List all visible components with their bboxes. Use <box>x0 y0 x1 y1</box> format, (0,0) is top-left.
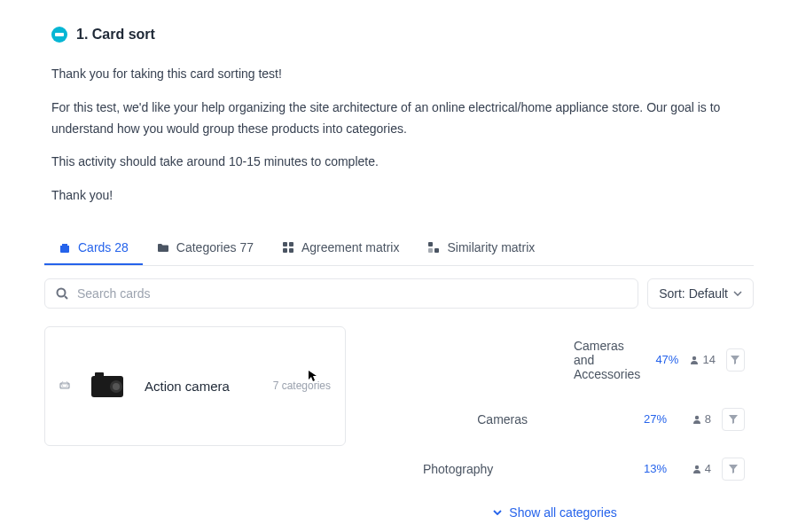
category-percent: 27% <box>628 412 667 426</box>
show-all-label: Show all categories <box>509 505 616 520</box>
intro-p1: Thank you for taking this card sorting t… <box>51 64 754 85</box>
card-thumbnail <box>86 364 129 407</box>
chevron-down-icon <box>733 291 742 296</box>
user-count: 14 <box>702 353 715 366</box>
svg-line-8 <box>65 296 67 299</box>
svg-point-14 <box>692 356 696 360</box>
tab-similarity[interactable]: Similarity matrix <box>413 231 549 265</box>
folder-icon <box>157 241 169 254</box>
svg-rect-6 <box>428 248 433 253</box>
category-list: Cameras and Accessories 47% 14 Cameras 2… <box>356 326 754 523</box>
cards-icon <box>59 241 71 254</box>
tab-cards-label: Cards 28 <box>78 240 129 254</box>
user-icon <box>692 415 701 424</box>
category-name: Cameras <box>468 412 621 426</box>
filter-button[interactable] <box>722 458 745 481</box>
svg-rect-1 <box>289 242 293 246</box>
category-row[interactable]: Photography 13% 4 <box>356 445 754 493</box>
user-icon <box>690 356 699 364</box>
tab-categories-label: Categories 77 <box>176 240 254 254</box>
intro-p3: This activity should take around 10-15 m… <box>51 152 754 173</box>
tab-categories[interactable]: Categories 77 <box>143 231 268 265</box>
intro-p4: Thank you! <box>51 185 754 207</box>
intro-text: Thank you for taking this card sorting t… <box>51 64 754 207</box>
drag-handle-icon[interactable] <box>59 380 70 391</box>
tabs-bar: Cards 28 Categories 77 Agreement matrix … <box>44 231 754 266</box>
category-row[interactable]: Cameras 27% 8 <box>356 395 754 443</box>
page-title: 1. Card sort <box>76 27 155 43</box>
svg-rect-5 <box>434 248 439 253</box>
chevron-down-icon <box>493 510 502 515</box>
tab-agreement[interactable]: Agreement matrix <box>268 231 413 265</box>
sort-label: Sort: Default <box>659 286 728 301</box>
card-name: Action camera <box>145 379 257 394</box>
sort-button[interactable]: Sort: Default <box>647 278 754 309</box>
user-count: 4 <box>705 462 711 475</box>
svg-point-16 <box>695 466 699 469</box>
tab-similarity-label: Similarity matrix <box>447 240 535 254</box>
filter-button[interactable] <box>726 348 745 372</box>
user-count: 8 <box>705 412 711 426</box>
search-input[interactable] <box>77 286 627 301</box>
category-users: 8 <box>674 412 711 426</box>
card-row: Action camera 7 categories Cameras and A… <box>44 326 754 523</box>
category-percent: 47% <box>647 353 678 366</box>
matrix-icon <box>427 241 440 254</box>
category-users: 4 <box>674 462 711 475</box>
svg-rect-4 <box>428 242 433 246</box>
tab-agreement-label: Agreement matrix <box>301 240 399 254</box>
grid-icon <box>282 241 294 254</box>
cursor-icon <box>308 370 318 380</box>
user-icon <box>692 465 701 473</box>
category-percent: 13% <box>628 462 667 475</box>
category-row[interactable]: Cameras and Accessories 47% 14 <box>356 326 754 394</box>
search-icon <box>56 287 68 300</box>
svg-rect-3 <box>289 248 293 253</box>
tab-cards[interactable]: Cards 28 <box>44 231 143 265</box>
card-sort-icon <box>51 27 67 43</box>
category-name: Photography <box>414 462 621 476</box>
card-item[interactable]: Action camera 7 categories <box>44 326 346 446</box>
card-category-count: 7 categories <box>273 379 331 392</box>
svg-point-12 <box>113 383 120 390</box>
show-all-button[interactable]: Show all categories <box>356 495 754 523</box>
category-name: Cameras and Accessories <box>565 339 640 381</box>
svg-rect-2 <box>283 248 287 253</box>
svg-point-15 <box>695 416 699 419</box>
intro-p2: For this test, we'd like your help organ… <box>51 98 754 140</box>
search-wrap[interactable] <box>44 278 638 309</box>
svg-rect-0 <box>283 242 287 246</box>
page-header: 1. Card sort <box>51 27 754 43</box>
filter-button[interactable] <box>722 408 745 431</box>
svg-point-7 <box>58 288 66 296</box>
svg-rect-13 <box>95 372 104 378</box>
toolbar: Sort: Default <box>44 278 754 309</box>
category-users: 14 <box>685 353 715 366</box>
